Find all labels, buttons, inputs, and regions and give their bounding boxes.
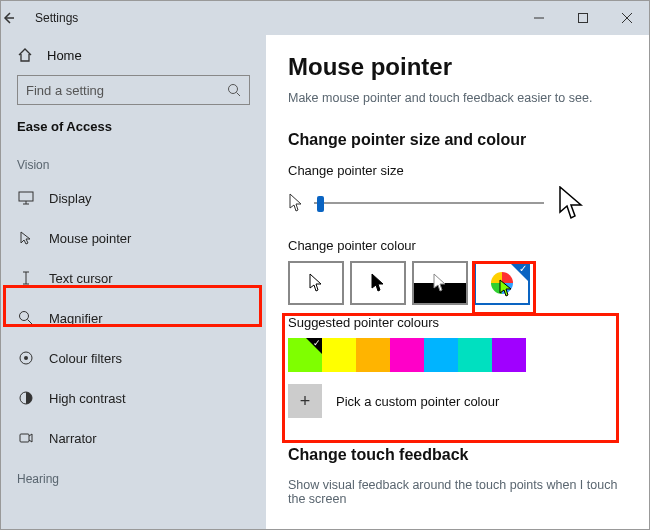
back-button[interactable] xyxy=(1,11,35,25)
label-suggested-colours: Suggested pointer colours xyxy=(288,315,627,330)
nav-colour-filters[interactable]: Colour filters xyxy=(1,338,266,378)
svg-line-11 xyxy=(28,320,33,325)
label-pointer-size: Change pointer size xyxy=(288,163,627,178)
page-title: Mouse pointer xyxy=(288,53,627,81)
svg-rect-1 xyxy=(579,14,588,23)
nav-mouse-pointer[interactable]: Mouse pointer xyxy=(1,218,266,258)
nav-text-cursor[interactable]: Text cursor xyxy=(1,258,266,298)
heading-touch-feedback: Change touch feedback xyxy=(288,446,627,464)
colour-swatch[interactable] xyxy=(322,338,356,372)
nav-narrator[interactable]: Narrator xyxy=(1,418,266,458)
colour-option-white[interactable] xyxy=(288,261,344,305)
display-icon xyxy=(17,190,35,206)
cursor-icon xyxy=(17,230,35,246)
colour-filters-icon xyxy=(17,350,35,366)
svg-point-13 xyxy=(24,356,28,360)
heading-size-colour: Change pointer size and colour xyxy=(288,131,627,149)
cursor-small-icon xyxy=(288,193,306,213)
highlight-annotation xyxy=(282,313,619,443)
group-hearing: Hearing xyxy=(1,458,266,492)
home-icon xyxy=(17,47,33,63)
nav-display[interactable]: Display xyxy=(1,178,266,218)
plus-icon[interactable]: + xyxy=(288,384,322,418)
pointer-size-slider[interactable] xyxy=(314,193,544,213)
home-nav[interactable]: Home xyxy=(1,37,266,73)
colour-swatch[interactable] xyxy=(492,338,526,372)
settings-window: Settings Home Find a setting Ease of Acc… xyxy=(0,0,650,530)
colour-option-custom[interactable] xyxy=(474,261,530,305)
colour-option-inverted[interactable] xyxy=(412,261,468,305)
touch-feedback-sub: Show visual feedback around the touch po… xyxy=(288,478,627,506)
svg-line-5 xyxy=(237,93,241,97)
nav-label: Colour filters xyxy=(49,351,122,366)
pointer-colour-options xyxy=(288,261,627,305)
svg-rect-6 xyxy=(19,192,33,201)
page-subtitle: Make mouse pointer and touch feedback ea… xyxy=(288,91,627,105)
colour-option-black[interactable] xyxy=(350,261,406,305)
search-placeholder: Find a setting xyxy=(26,83,227,98)
svg-point-4 xyxy=(229,85,238,94)
home-label: Home xyxy=(47,48,82,63)
colour-swatch[interactable] xyxy=(288,338,322,372)
narrator-icon xyxy=(17,430,35,446)
pointer-size-row xyxy=(288,186,627,220)
svg-point-10 xyxy=(20,312,29,321)
colour-swatch[interactable] xyxy=(424,338,458,372)
nav-label: Mouse pointer xyxy=(49,231,131,246)
check-icon xyxy=(306,338,322,354)
high-contrast-icon xyxy=(17,390,35,406)
nav-high-contrast[interactable]: High contrast xyxy=(1,378,266,418)
nav-label: Text cursor xyxy=(49,271,113,286)
content-pane: Mouse pointer Make mouse pointer and tou… xyxy=(266,35,649,529)
search-icon xyxy=(227,83,241,97)
label-pointer-colour: Change pointer colour xyxy=(288,238,627,253)
nav-magnifier[interactable]: Magnifier xyxy=(1,298,266,338)
maximize-button[interactable] xyxy=(561,1,605,35)
nav-label: High contrast xyxy=(49,391,126,406)
window-title: Settings xyxy=(35,11,517,25)
suggested-colour-swatches xyxy=(288,338,627,372)
minimize-button[interactable] xyxy=(517,1,561,35)
svg-rect-15 xyxy=(20,434,29,442)
custom-colour-row[interactable]: + Pick a custom pointer colour xyxy=(288,384,627,418)
colour-swatch[interactable] xyxy=(458,338,492,372)
nav-label: Magnifier xyxy=(49,311,102,326)
text-cursor-icon xyxy=(17,270,35,286)
search-input[interactable]: Find a setting xyxy=(17,75,250,105)
section-header: Ease of Access xyxy=(1,115,266,144)
titlebar: Settings xyxy=(1,1,649,35)
close-button[interactable] xyxy=(605,1,649,35)
cursor-large-icon xyxy=(558,186,584,220)
window-controls xyxy=(517,1,649,35)
slider-thumb[interactable] xyxy=(317,196,324,212)
nav-label: Display xyxy=(49,191,92,206)
group-vision: Vision xyxy=(1,144,266,178)
colour-swatch[interactable] xyxy=(356,338,390,372)
sidebar: Home Find a setting Ease of Access Visio… xyxy=(1,35,266,529)
colour-swatch[interactable] xyxy=(390,338,424,372)
custom-colour-label: Pick a custom pointer colour xyxy=(336,394,499,409)
nav-label: Narrator xyxy=(49,431,97,446)
magnifier-icon xyxy=(17,310,35,326)
check-icon xyxy=(510,263,528,281)
